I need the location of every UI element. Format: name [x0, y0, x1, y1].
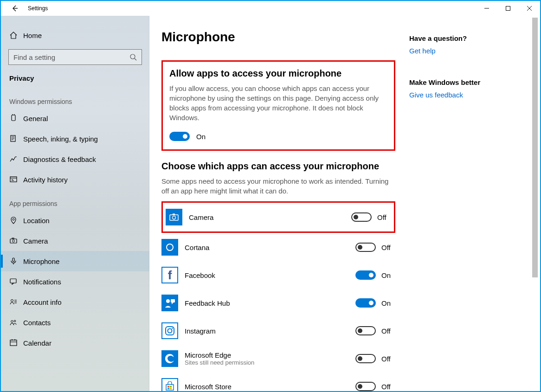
app-name: Microsoft Edge: [185, 351, 349, 359]
app-name: Microsoft Store: [185, 383, 349, 391]
sidebar: Home Privacy Windows permissions General…: [1, 16, 149, 391]
svg-rect-19: [12, 238, 14, 239]
sidebar-item-notifications[interactable]: Notifications: [1, 271, 149, 292]
maximize-button[interactable]: [497, 1, 519, 16]
svg-rect-38: [171, 299, 175, 302]
group-app-permissions: App permissions: [1, 190, 149, 210]
sidebar-item-label: Speech, inking, & typing: [23, 135, 98, 143]
sidebar-item-label: General: [23, 115, 48, 122]
sidebar-item-calendar[interactable]: Calendar: [1, 333, 149, 353]
sidebar-item-label: Camera: [23, 237, 48, 245]
feedback-heading: Make Windows better: [409, 78, 521, 86]
minimize-button[interactable]: [476, 1, 497, 16]
app-row-feedbackhub: Feedback HubOn: [161, 291, 395, 315]
app-name: Facebook: [185, 271, 349, 279]
svg-rect-43: [167, 386, 169, 387]
location-icon: [9, 216, 23, 225]
diag-icon: [9, 155, 23, 163]
svg-line-6: [135, 58, 136, 60]
svg-rect-45: [167, 388, 169, 389]
home-icon: [9, 31, 23, 39]
sidebar-item-microphone[interactable]: Microphone: [1, 251, 149, 271]
app-row-camera: CameraOff: [166, 206, 391, 229]
group-windows-permissions: Windows permissions: [1, 88, 149, 108]
svg-point-27: [11, 321, 13, 323]
contacts-icon: [9, 318, 23, 327]
sidebar-item-label: Contacts: [23, 319, 51, 327]
titlebar: Settings: [1, 1, 540, 16]
home-label: Home: [23, 32, 42, 39]
cortana-app-icon: [161, 239, 178, 256]
svg-rect-7: [12, 115, 15, 121]
app-row-cortana: CortanaOff: [161, 236, 395, 259]
sidebar-item-camera[interactable]: Camera: [1, 231, 149, 251]
feedbackhub-app-icon: [161, 295, 178, 311]
sidebar-item-diag[interactable]: Diagnostics & feedback: [1, 149, 149, 169]
close-button[interactable]: [519, 1, 540, 16]
calendar-icon: [9, 339, 23, 347]
app-toggle-label: Off: [381, 327, 391, 335]
give-feedback-link[interactable]: Give us feedback: [409, 91, 463, 99]
app-toggle-store[interactable]: [355, 382, 376, 391]
svg-point-36: [167, 244, 173, 251]
get-help-link[interactable]: Get help: [409, 47, 436, 55]
scrollbar-track[interactable]: [531, 17, 539, 390]
sidebar-item-activity[interactable]: Activity history: [1, 169, 149, 190]
arrow-left-icon: [11, 5, 19, 12]
sidebar-item-label: Microphone: [23, 257, 59, 265]
svg-rect-35: [173, 214, 175, 215]
minimize-icon: [484, 6, 489, 11]
sidebar-item-contacts[interactable]: Contacts: [1, 312, 149, 333]
app-name: Camera: [189, 213, 345, 221]
sidebar-item-location[interactable]: Location: [1, 210, 149, 231]
app-name: Feedback Hub: [185, 299, 349, 307]
account-icon: [9, 298, 23, 306]
app-toggle-edge[interactable]: [355, 354, 376, 363]
camera-app-icon: [166, 209, 182, 225]
app-subtext: Sites still need permission: [185, 359, 349, 366]
sidebar-item-account[interactable]: Account info: [1, 292, 149, 312]
app-toggle-label: On: [381, 271, 391, 279]
allow-description: If you allow access, you can choose whic…: [169, 84, 387, 122]
sidebar-item-general[interactable]: General: [1, 108, 149, 129]
search-input[interactable]: [13, 53, 129, 61]
app-toggle-feedbackhub[interactable]: [355, 298, 376, 308]
svg-point-34: [173, 216, 176, 219]
svg-rect-2: [506, 6, 510, 11]
app-toggle-facebook[interactable]: [355, 270, 376, 280]
scrollbar-thumb[interactable]: [532, 18, 538, 277]
app-toggle-cortana[interactable]: [355, 243, 376, 252]
svg-point-16: [13, 218, 14, 220]
svg-point-18: [13, 240, 15, 242]
back-button[interactable]: [5, 1, 25, 16]
allow-heading: Allow apps to access your microphone: [169, 68, 387, 79]
app-toggle-label: Off: [381, 355, 391, 363]
allow-apps-toggle[interactable]: [169, 132, 190, 141]
app-row-store: Microsoft StoreOff: [161, 375, 395, 391]
app-name: Cortana: [185, 244, 349, 251]
svg-rect-44: [170, 386, 172, 387]
section-title: Privacy: [1, 71, 149, 88]
svg-rect-17: [10, 239, 17, 243]
svg-point-40: [168, 329, 172, 333]
close-icon: [527, 6, 532, 11]
sidebar-item-label: Account info: [23, 298, 62, 306]
help-heading: Have a question?: [409, 34, 521, 42]
search-box[interactable]: [8, 49, 142, 65]
svg-point-41: [172, 328, 173, 328]
sidebar-item-speech[interactable]: Speech, inking, & typing: [1, 129, 149, 149]
right-panel: Have a question? Get help Make Windows b…: [409, 16, 530, 391]
svg-rect-29: [10, 340, 17, 346]
home-nav[interactable]: Home: [1, 25, 149, 45]
app-toggle-instagram[interactable]: [355, 326, 376, 335]
speech-icon: [9, 135, 23, 143]
microphone-icon: [9, 257, 23, 265]
app-toggle-camera[interactable]: [351, 212, 372, 222]
maximize-icon: [505, 6, 511, 11]
general-icon: [9, 114, 23, 122]
camera-icon: [9, 237, 23, 245]
store-app-icon: [161, 378, 178, 391]
sidebar-item-label: Diagnostics & feedback: [23, 155, 96, 163]
notifications-icon: [9, 277, 23, 286]
allow-apps-toggle-label: On: [196, 133, 206, 141]
